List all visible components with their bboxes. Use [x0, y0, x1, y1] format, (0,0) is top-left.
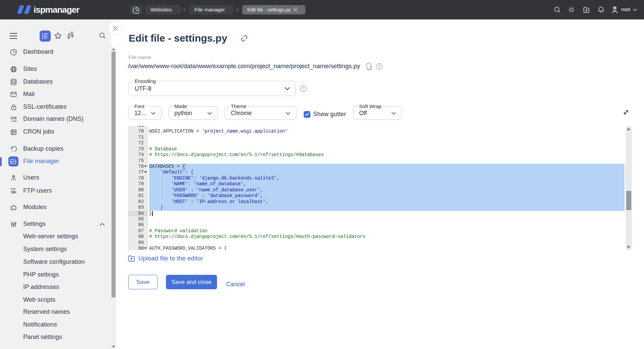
- svg-text:?: ?: [378, 64, 381, 69]
- svg-text:.COM: .COM: [11, 120, 16, 122]
- svg-text:FTP: FTP: [11, 188, 16, 190]
- svg-text:?: ?: [302, 86, 305, 91]
